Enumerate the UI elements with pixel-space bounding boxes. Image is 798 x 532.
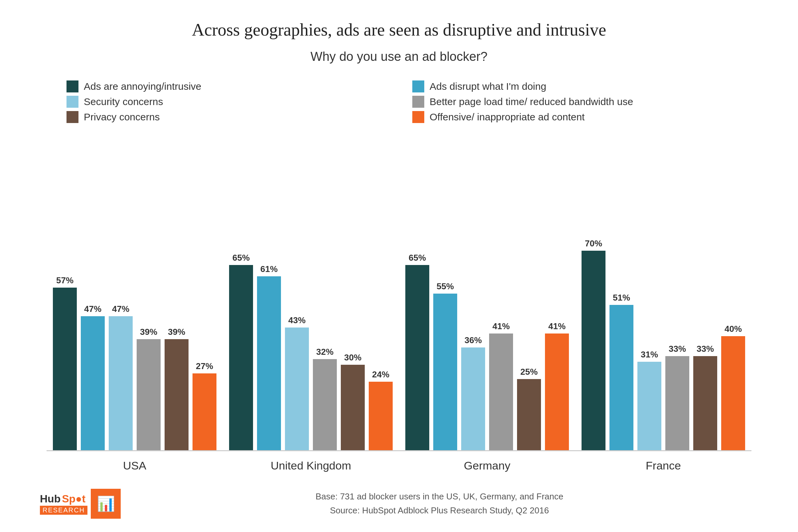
chart-area: 57%47%47%39%39%27%USA65%61%43%32%30%24%U… [40, 143, 758, 472]
bar-wrapper: 39% [137, 327, 160, 450]
bar-value-label: 41% [492, 321, 510, 331]
chart-group: 57%47%47%39%39%27%USA [46, 244, 223, 472]
bar-wrapper: 33% [693, 344, 717, 450]
bar [192, 374, 216, 450]
hubspot-research: RESEARCH [40, 506, 88, 515]
bar-value-label: 51% [613, 292, 630, 303]
bar [609, 305, 633, 450]
group-label: France [646, 459, 681, 472]
bar [665, 356, 689, 450]
bar-wrapper: 24% [369, 369, 393, 450]
bar-wrapper: 40% [721, 324, 745, 450]
group-label: United Kingdom [271, 459, 351, 472]
bar-wrapper: 51% [609, 292, 633, 450]
bar [109, 316, 133, 450]
bar-wrapper: 27% [192, 361, 216, 450]
bar [285, 327, 309, 450]
bar-wrapper: 39% [165, 327, 189, 450]
group-label: USA [123, 459, 146, 472]
bar-value-label: 47% [84, 304, 101, 314]
legend-item: Ads are annoying/intrusive [66, 80, 386, 92]
bar-value-label: 31% [641, 349, 658, 360]
footer-text: Base: 731 ad blocker users in the US, UK… [121, 490, 758, 517]
footer: HubSp●t RESEARCH 📊 Base: 731 ad blocker … [40, 482, 758, 519]
bar-value-label: 47% [112, 304, 129, 314]
bar-value-label: 30% [344, 353, 361, 363]
bars-container: 65%55%36%41%25%41% [399, 244, 575, 450]
bar [517, 379, 541, 450]
baseline [46, 450, 223, 451]
bar-value-label: 39% [140, 327, 157, 337]
bar-wrapper: 65% [229, 253, 253, 450]
bar-wrapper: 57% [53, 275, 77, 450]
legend-label: Offensive/ inappropriate ad content [430, 111, 585, 123]
bar [545, 334, 569, 450]
bar [461, 347, 485, 450]
legend-color-box [412, 80, 424, 92]
main-title: Across geographies, ads are seen as disr… [40, 20, 758, 40]
baseline [575, 450, 752, 451]
legend-color-box [66, 80, 78, 92]
group-label: Germany [464, 459, 510, 472]
bar [165, 339, 189, 450]
bar-wrapper: 41% [489, 321, 513, 450]
bar-value-label: 25% [520, 367, 538, 377]
bar-wrapper: 70% [582, 239, 606, 450]
bar-value-label: 33% [697, 344, 714, 354]
bar-wrapper: 31% [638, 349, 661, 450]
legend-color-box [412, 96, 424, 108]
bar-value-label: 33% [669, 344, 686, 354]
bar [229, 265, 253, 450]
bar-wrapper: 30% [341, 353, 365, 450]
bar [489, 334, 513, 450]
bar-value-label: 55% [437, 281, 454, 291]
bar-wrapper: 47% [81, 304, 105, 450]
legend-color-box [412, 111, 424, 123]
bar [53, 288, 77, 450]
bar [405, 265, 429, 450]
legend-color-box [66, 111, 78, 123]
footer-base: Base: 731 ad blocker users in the US, UK… [121, 490, 758, 504]
legend-item: Security concerns [66, 96, 386, 108]
bar [433, 293, 457, 450]
bar [369, 382, 393, 450]
bar [341, 365, 365, 450]
bar-wrapper: 32% [313, 347, 337, 450]
hubspot-spot: Sp●t [62, 493, 86, 505]
legend-label: Privacy concerns [84, 111, 159, 123]
bar-value-label: 27% [196, 361, 213, 372]
chart-group: 65%55%36%41%25%41%Germany [399, 244, 575, 472]
bar-value-label: 61% [260, 264, 278, 274]
legend-item: Ads disrupt what I'm doing [412, 80, 732, 92]
bar-value-label: 40% [724, 324, 742, 334]
footer-source: Source: HubSpot Adblock Plus Research St… [121, 504, 758, 518]
bar-value-label: 57% [56, 275, 74, 286]
bar-value-label: 24% [372, 369, 390, 380]
bar-wrapper: 65% [405, 253, 429, 450]
bars-container: 57%47%47%39%39%27% [46, 244, 223, 450]
bars-container: 70%51%31%33%33%40% [575, 244, 752, 450]
bar-value-label: 65% [408, 253, 426, 263]
legend-item: Offensive/ inappropriate ad content [412, 111, 732, 123]
bar-wrapper: 61% [257, 264, 281, 450]
bar [257, 276, 281, 450]
chart-group: 70%51%31%33%33%40%France [575, 244, 752, 472]
bar-value-label: 39% [168, 327, 185, 337]
bar-wrapper: 33% [665, 344, 689, 450]
legend-color-box [66, 96, 78, 108]
bar [313, 359, 337, 450]
legend-label: Ads disrupt what I'm doing [430, 81, 546, 92]
bar-value-label: 70% [585, 239, 602, 249]
bar-value-label: 43% [288, 315, 306, 325]
bar-wrapper: 41% [545, 321, 569, 450]
baseline [399, 450, 575, 451]
bar [638, 362, 661, 450]
hubspot-icon-box: 📊 [91, 489, 121, 519]
bar-wrapper: 55% [433, 281, 457, 450]
bar-wrapper: 36% [461, 335, 485, 450]
bar [721, 336, 745, 450]
hubspot-logo: HubSp●t RESEARCH [40, 493, 88, 515]
bars-container: 65%61%43%32%30%24% [223, 244, 399, 450]
legend: Ads are annoying/intrusive Ads disrupt w… [66, 80, 732, 123]
bar [582, 251, 606, 450]
